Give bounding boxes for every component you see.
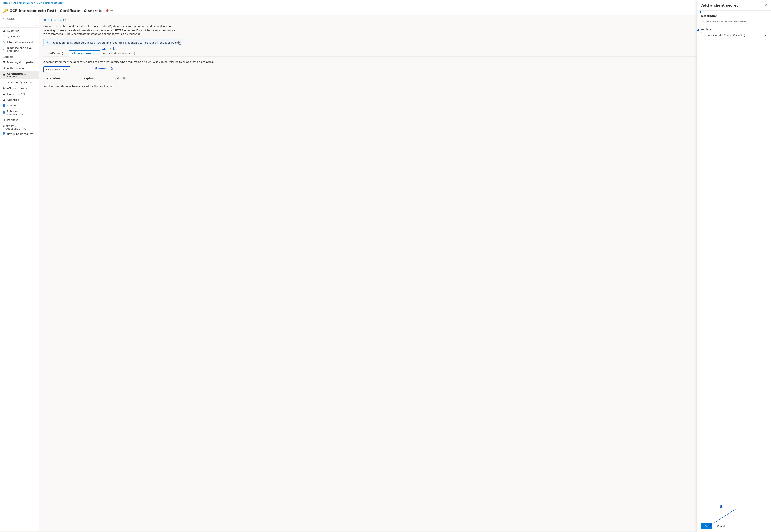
info-banner: i Application registration certificates,… <box>43 39 183 46</box>
add-button[interactable]: Add <box>701 523 712 529</box>
breadcrumb: Home > App registrations > GCP Interconn… <box>0 0 771 6</box>
branding-icon: ⊟ <box>2 61 5 64</box>
panel-body: 3 Description 4 Expires Recommended: 180… <box>697 11 771 520</box>
tab-client-secrets[interactable]: Client secrets (0) <box>69 50 100 57</box>
sidebar-item-label-token: Token configuration <box>7 81 32 84</box>
sidebar-item-label-roles: Roles and administrators <box>7 110 36 116</box>
app-roles-icon: ⊟ <box>2 98 5 101</box>
breadcrumb-app-registrations[interactable]: App registrations <box>14 2 34 4</box>
sidebar-item-authentication[interactable]: ⊟ Authentication <box>0 65 39 71</box>
token-icon: ||| <box>2 81 5 84</box>
info-banner-close[interactable]: ✕ <box>178 41 181 45</box>
more-icon[interactable]: ··· <box>110 9 113 12</box>
info-icon: i <box>46 41 49 44</box>
sidebar-item-label-certificates: Certificates & secrets <box>7 72 36 78</box>
certificates-icon: ⊟ <box>2 74 5 77</box>
expires-form-row: Expires Recommended: 180 days (6 months)… <box>701 28 767 38</box>
expires-select[interactable]: Recommended: 180 days (6 months)3 months… <box>701 32 767 38</box>
sidebar-item-overview[interactable]: ⊞ Overview <box>0 28 39 33</box>
layout: « ⊞ Overview ⚡ Quickstart 🔧 Integration … <box>0 15 771 531</box>
breadcrumb-home[interactable]: Home <box>3 2 10 4</box>
tab-federated-credentials[interactable]: Federated credentials (1) <box>100 50 138 57</box>
sidebar-item-label-integration: Integration assistant <box>7 41 33 44</box>
breadcrumb-current[interactable]: GCP Interconnect (Test) <box>37 2 64 4</box>
sidebar-item-app-roles[interactable]: ⊟ App roles <box>0 97 39 103</box>
sidebar-item-new-support[interactable]: 👤 New support request <box>0 131 39 137</box>
sidebar-item-owners[interactable]: 👤 Owners <box>0 103 39 108</box>
sidebar: « ⊞ Overview ⚡ Quickstart 🔧 Integration … <box>0 15 39 531</box>
col-value: Value <box>114 77 122 80</box>
sidebar-item-certificates[interactable]: ⊟ Certificates & secrets <box>0 71 39 79</box>
sidebar-item-label-overview: Overview <box>7 29 19 32</box>
sidebar-item-label-expose: Expose an API <box>7 93 25 95</box>
roles-icon: 👤 <box>2 111 5 114</box>
sidebar-item-label-support: New support request <box>7 132 33 135</box>
sidebar-item-api-permissions[interactable]: ◉ API permissions <box>0 85 39 91</box>
sidebar-item-roles-admin[interactable]: 👤 Roles and administrators <box>0 108 39 117</box>
owners-icon: 👤 <box>2 104 5 107</box>
manifest-icon: ⊟ <box>2 118 5 121</box>
sidebar-item-label-diagnose: Diagnose and solve problems <box>7 46 36 52</box>
add-client-secret-panel: Add a client secret ✕ 3 Description 4 Ex… <box>697 0 771 531</box>
api-icon: ◉ <box>2 87 5 90</box>
value-info-icon[interactable]: ⓘ <box>123 77 126 80</box>
table-empty-message: No client secrets have been created for … <box>43 82 766 91</box>
annotation-3: 3 <box>699 11 701 14</box>
page-title: GCP Interconnect (Test) | Certificates &… <box>9 9 102 13</box>
sidebar-item-label-manifest: Manifest <box>7 118 18 121</box>
annotation-4: 4 <box>697 28 699 32</box>
breadcrumb-separator-2: > <box>34 2 36 4</box>
sidebar-item-label-branding: Branding & properties <box>7 61 35 64</box>
table-header: Description Expires Value ⓘ Secret ID <box>43 76 766 82</box>
support-icon: 👤 <box>2 132 5 135</box>
panel-close-button[interactable]: ✕ <box>764 3 767 7</box>
panel-title: Add a client secret <box>701 3 738 7</box>
client-secrets-description: A secret string that the application use… <box>43 60 766 63</box>
client-secrets-section: A secret string that the application use… <box>43 60 766 91</box>
description-form-row: Description <box>701 15 767 24</box>
panel-footer: Add Cancel <box>697 520 771 531</box>
sidebar-item-diagnose[interactable]: ✕ Diagnose and solve problems <box>0 45 39 54</box>
sidebar-search-container <box>0 15 39 23</box>
feedback-text: Got feedback? <box>48 19 66 21</box>
page-header: 🔑 GCP Interconnect (Test) | Certificates… <box>0 6 771 15</box>
sidebar-item-label-owners: Owners <box>7 104 16 107</box>
search-input[interactable] <box>2 16 37 21</box>
sidebar-item-branding[interactable]: ⊟ Branding & properties <box>0 59 39 65</box>
col-expires: Expires <box>84 77 113 80</box>
sidebar-item-label-authentication: Authentication <box>7 67 25 70</box>
page-description: Credentials enable confidential applicat… <box>43 25 179 36</box>
feedback-bar[interactable]: 👤 Got feedback? <box>43 19 766 21</box>
svg-line-1 <box>103 49 111 50</box>
description-label: Description <box>701 15 767 17</box>
sidebar-item-integration-assistant[interactable]: 🔧 Integration assistant <box>0 39 39 45</box>
sidebar-item-label-app-roles: App roles <box>7 98 19 101</box>
sidebar-item-quickstart[interactable]: ⚡ Quickstart <box>0 33 39 39</box>
diagnose-icon: ✕ <box>2 48 5 51</box>
info-banner-text: Application registration certificates, s… <box>51 41 179 44</box>
pin-icon[interactable]: 📌 <box>105 9 109 12</box>
breadcrumb-separator-1: > <box>11 2 13 4</box>
tab-certificates[interactable]: Certificates (0) <box>43 50 69 57</box>
manage-section-label: Manage <box>0 54 39 59</box>
sidebar-collapse-button[interactable]: « <box>0 23 39 28</box>
overview-icon: ⊞ <box>2 29 5 32</box>
quickstart-icon: ⚡ <box>2 35 5 38</box>
description-input[interactable] <box>701 19 767 24</box>
sidebar-item-label-api: API permissions <box>7 87 27 90</box>
expires-label: Expires <box>701 28 767 31</box>
feedback-icon: 👤 <box>43 19 46 21</box>
sidebar-item-expose-api[interactable]: ☁ Expose an API <box>0 91 39 97</box>
main-content: 👤 Got feedback? Credentials enable confi… <box>39 15 771 531</box>
support-section-label: Support + Troubleshooting <box>0 123 39 131</box>
sidebar-item-label-quickstart: Quickstart <box>7 35 20 38</box>
cancel-button[interactable]: Cancel <box>714 523 728 529</box>
authentication-icon: ⊟ <box>2 66 5 70</box>
sidebar-item-manifest[interactable]: ⊟ Manifest <box>0 117 39 123</box>
expose-icon: ☁ <box>2 92 5 95</box>
header-icons: 📌 ··· <box>105 9 113 12</box>
sidebar-item-token-config[interactable]: ||| Token configuration <box>0 79 39 85</box>
col-description: Description <box>43 77 82 80</box>
page-icon: 🔑 <box>3 8 8 13</box>
new-client-secret-button[interactable]: + New client secret <box>44 67 70 72</box>
